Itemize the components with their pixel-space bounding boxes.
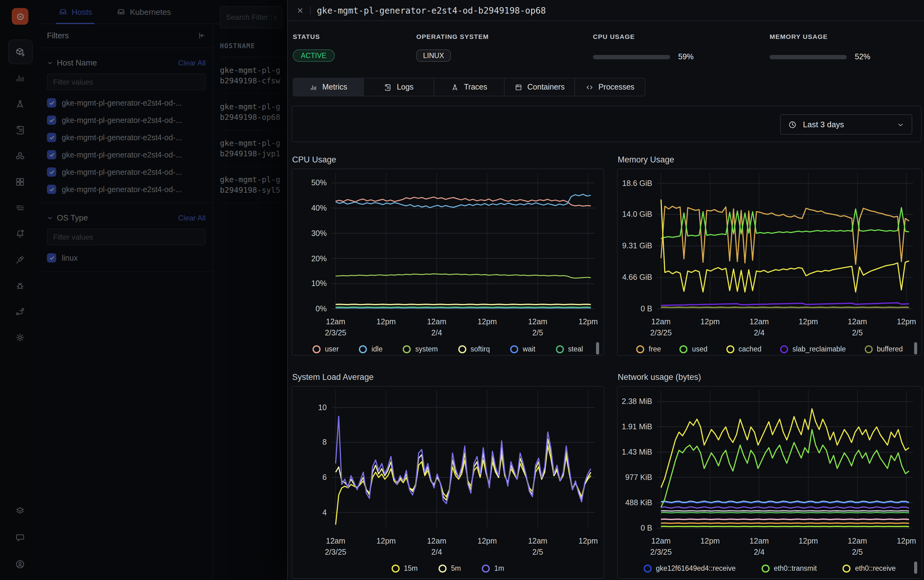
drawer-tab-label: Containers [527, 83, 565, 91]
time-range-label: Last 3 days [803, 120, 844, 129]
y-tick-label: 488 KiB [618, 498, 652, 507]
y-tick-label: 9.31 GiB [618, 242, 652, 250]
legend-scrollbar[interactable] [596, 342, 599, 354]
cpu-usage-chart[interactable]: 0%10%20%30%40%50%12am2/3/2512pm12am2/412… [292, 169, 604, 356]
y-tick-label: 4 [292, 508, 327, 517]
info-label: MEMORY USAGE [769, 33, 870, 40]
drawer-tab-traces[interactable]: Traces [433, 78, 505, 96]
x-tick-label: 12am2/4 [740, 536, 779, 558]
drawer-tab-label: Metrics [323, 83, 348, 91]
x-tick-label: 12pm [366, 536, 406, 547]
y-tick-label: 1.91 MiB [618, 422, 652, 431]
legend-item-eth0::receive[interactable]: eth0::receive [843, 564, 896, 572]
legend-label: gke12f61649ed4::receive [656, 565, 736, 572]
close-icon[interactable] [296, 7, 304, 14]
x-tick-label: 12am2/5 [518, 536, 557, 558]
metrics-icon [310, 83, 318, 91]
drawer-backdrop[interactable] [0, 0, 287, 580]
drawer-tab-processes[interactable]: Processes [575, 78, 646, 96]
legend-item-wait[interactable]: wait [510, 345, 535, 353]
traces-icon [451, 83, 459, 91]
y-tick-label: 20% [292, 254, 327, 263]
legend-label: system [415, 345, 438, 353]
chart-title: System Load Average [292, 372, 604, 382]
info-label: CPU USAGE [593, 33, 693, 40]
memory-usage-chart[interactable]: 0 B4.66 GiB9.31 GiB14.0 GiB18.6 GiB12am2… [617, 169, 922, 356]
info-label: STATUS [293, 33, 334, 40]
y-tick-label: 30% [292, 229, 327, 237]
y-tick-label: 0 B [618, 305, 652, 313]
status-badge: ACTIVE [293, 49, 334, 62]
metrics-toolbar: Last 3 days [292, 105, 922, 142]
drawer-tab-label: Traces [464, 83, 488, 91]
y-tick-label: 10 [292, 403, 327, 412]
drawer-tab-containers[interactable]: Containers [504, 78, 575, 96]
legend-label: 15m [404, 565, 418, 572]
legend-label: user [325, 345, 339, 353]
host-info-row: STATUSACTIVE OPERATING SYSTEMLINUX CPU U… [288, 20, 924, 78]
legend-scrollbar[interactable] [914, 562, 917, 574]
chevron-down-icon [897, 121, 904, 128]
x-tick-label: 12am2/3/25 [316, 536, 356, 558]
x-tick-label: 12pm [789, 536, 828, 547]
system-load-chart[interactable]: 4681012am2/3/2512pm12am2/412pm12am2/512p… [292, 386, 604, 579]
legend-item-gke12f61649ed4::receive[interactable]: gke12f61649ed4::receive [644, 564, 736, 572]
y-tick-label: 0% [292, 305, 327, 313]
legend-item-buffered[interactable]: buffered [865, 345, 903, 353]
usage-percent: 59% [678, 53, 693, 61]
legend-item-system[interactable]: system [403, 345, 438, 353]
x-tick-label: 12pm [887, 536, 922, 547]
drawer-tab-logs[interactable]: Logs [363, 78, 434, 96]
legend-item-cached[interactable]: cached [726, 345, 761, 353]
usage-progress-bar [593, 55, 670, 59]
legend-label: wait [522, 345, 535, 353]
header-divider [310, 6, 311, 15]
info-label: OPERATING SYSTEM [416, 33, 489, 40]
y-tick-label: 977 KiB [618, 473, 652, 482]
legend-item-softirq[interactable]: softirq [458, 345, 490, 353]
info-block: OPERATING SYSTEMLINUX [416, 33, 489, 62]
drawer-tabs: Metrics Logs Traces Containers Processes [293, 78, 646, 96]
x-tick-label: 12am2/5 [838, 316, 877, 339]
x-tick-label: 12pm [887, 316, 922, 327]
drawer-tab-label: Processes [598, 83, 635, 91]
legend-item-eth0::transmit[interactable]: eth0::transmit [761, 564, 817, 572]
x-tick-label: 12pm [690, 316, 730, 327]
legend-item-1m[interactable]: 1m [482, 564, 504, 572]
x-tick-label: 12pm [690, 536, 730, 547]
memory-usage-card: Memory Usage 0 B4.66 GiB9.31 GiB14.0 GiB… [617, 155, 922, 356]
logs-icon [384, 83, 392, 91]
legend-label: idle [372, 345, 383, 353]
y-tick-label: 50% [292, 178, 327, 187]
time-range-select[interactable]: Last 3 days [780, 114, 912, 135]
info-block: CPU USAGE59% [593, 33, 693, 61]
network-usage-chart[interactable]: 0 B488 KiB977 KiB1.43 MiB1.91 MiB2.38 Mi… [617, 386, 922, 579]
legend-item-15m[interactable]: 15m [392, 564, 418, 572]
legend-item-idle[interactable]: idle [359, 345, 383, 353]
cpu-usage-card: CPU Usage 0%10%20%30%40%50%12am2/3/2512p… [292, 155, 604, 356]
x-tick-label: 12am2/4 [417, 316, 456, 339]
drawer-tab-metrics[interactable]: Metrics [293, 78, 364, 96]
legend-label: 1m [494, 565, 504, 572]
legend-item-slab_reclaimable[interactable]: slab_reclaimable [780, 345, 846, 353]
network-usage-card: Network usage (bytes) 0 B488 KiB977 KiB1… [617, 372, 922, 579]
x-tick-label: 12am2/5 [838, 536, 877, 558]
y-tick-label: 1.43 MiB [618, 448, 652, 456]
legend-label: buffered [877, 345, 903, 353]
legend-label: softirq [471, 345, 490, 353]
y-tick-label: 4.66 GiB [618, 273, 652, 282]
legend-item-free[interactable]: free [636, 345, 661, 353]
y-tick-label: 10% [292, 279, 327, 288]
drawer-header: gke-mgmt-pl-generator-e2st4-od-b2949198-… [288, 0, 924, 21]
legend-scrollbar[interactable] [914, 342, 917, 354]
legend-item-5m[interactable]: 5m [438, 564, 461, 572]
x-tick-label: 12am2/4 [740, 316, 779, 339]
chart-title: Network usage (bytes) [618, 372, 922, 382]
clock-icon [788, 120, 797, 129]
x-tick-label: 12am2/3/25 [641, 536, 681, 558]
y-tick-label: 8 [292, 438, 327, 447]
legend-item-user[interactable]: user [313, 345, 339, 353]
legend-item-used[interactable]: used [680, 345, 708, 353]
legend-item-steal[interactable]: steal [555, 345, 583, 353]
y-tick-label: 6 [292, 473, 327, 482]
